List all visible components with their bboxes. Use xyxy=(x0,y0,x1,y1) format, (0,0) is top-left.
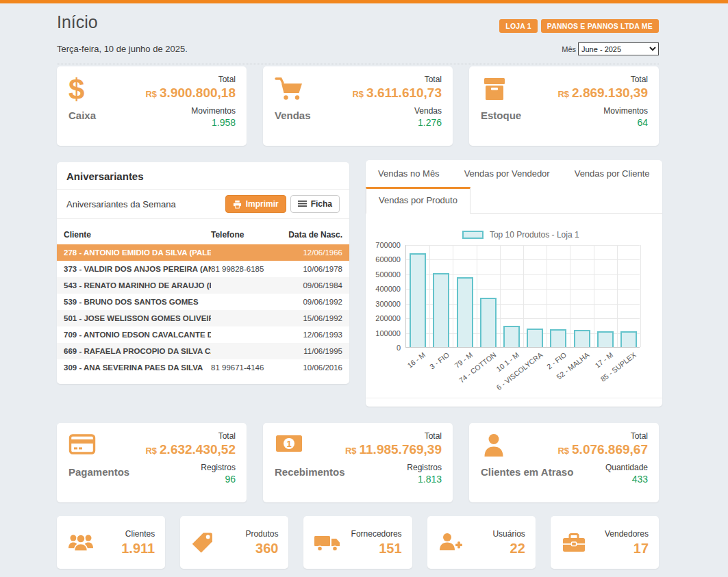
birthday-row[interactable]: 373 - VALDIR DOS ANJOS PEREIRA (AN...81 … xyxy=(57,261,349,277)
card-estoque: Estoque Total R$2.869.130,39 Movimentos … xyxy=(469,66,659,146)
card-recebimentos: 1 Recebimentos Total R$11.985.769,39 Reg… xyxy=(263,423,453,502)
print-button[interactable]: Imprimir xyxy=(225,195,286,213)
birthdays-table: Cliente Telefone Data de Nasc. 278 - ANT… xyxy=(57,226,349,376)
total-label: Total xyxy=(145,431,236,441)
month-select[interactable]: June - 2025 xyxy=(578,42,659,55)
card-recebimentos-label: Recebimentos xyxy=(275,466,345,478)
chart-panel-footer xyxy=(366,398,662,407)
chart-legend: Top 10 Produtos - Loja 1 xyxy=(394,230,647,240)
y-tick-label: 400000 xyxy=(375,285,401,293)
birthday-row[interactable]: 543 - RENATO MARINHO DE ARAUJO (F...09/0… xyxy=(57,277,349,294)
birthdays-panel: Aniversariantes Aniversariantes da Seman… xyxy=(57,162,349,384)
mini-label: Clientes xyxy=(121,529,155,539)
total-value: R$11.985.769,39 xyxy=(345,442,442,457)
chart-bar xyxy=(574,330,590,347)
count-value: 433 xyxy=(557,474,648,485)
y-tick-label: 300000 xyxy=(375,300,401,308)
y-tick-label: 500000 xyxy=(375,270,401,279)
card-vendas-label: Vendas xyxy=(275,110,311,121)
chart-bar xyxy=(620,331,637,347)
y-tick-label: 600000 xyxy=(375,255,401,264)
card-caixa: $ Caixa Total R$3.900.800,18 Movimentos … xyxy=(57,66,247,146)
mini-label: Fornecedores xyxy=(351,529,402,539)
credit-card-icon xyxy=(68,433,96,456)
mini-card-fornecedores: Fornecedores 151 xyxy=(303,516,412,569)
chart-x-axis: 16 - M3 - FIO79 - M74 - COTTON10 1 - M6 … xyxy=(405,348,647,387)
birthdays-subtitle: Aniversariantes da Semana xyxy=(66,199,176,209)
chart-bar xyxy=(433,273,449,347)
tab-vendas-por-produto[interactable]: Vendas por Produto xyxy=(366,187,470,214)
person-icon xyxy=(481,433,507,459)
current-date-text: Terça-feira, 10 de junho de 2025. xyxy=(57,44,188,54)
birthday-row[interactable]: 539 - BRUNO DOS SANTOS GOMES09/06/1992 xyxy=(57,294,349,310)
card-pagamentos-label: Pagamentos xyxy=(68,466,129,478)
chart-bar xyxy=(410,253,426,347)
mini-value: 360 xyxy=(245,541,278,556)
birthday-row[interactable]: 278 - ANTONIO EMIDIO DA SILVA (PALE...12… xyxy=(57,244,349,261)
card-clientes-em-atraso: Clientes em Atraso Total R$5.076.869,67 … xyxy=(469,423,659,502)
x-tick-label: 16 - M xyxy=(406,350,427,370)
printer-icon xyxy=(233,200,242,209)
total-label: Total xyxy=(557,75,648,84)
tab-vendas-por-vendedor[interactable]: Vendas por Vendedor xyxy=(452,160,562,187)
chart-plot-area xyxy=(405,245,640,348)
mini-card-usuarios: Usuários 22 xyxy=(427,516,536,569)
dollar-icon: $ xyxy=(68,76,84,103)
y-tick-label: 200000 xyxy=(375,314,401,322)
header-chips: LOJA 1 PANNOS E PANNOS LTDA ME xyxy=(499,12,659,33)
mini-card-clientes: Clientes 1.911 xyxy=(57,516,165,569)
birthday-row[interactable]: 669 - RAFAELA PROCOPIO DA SILVA CA...11/… xyxy=(57,343,349,359)
birthdays-table-body: 278 - ANTONIO EMIDIO DA SILVA (PALE...12… xyxy=(57,244,349,376)
card-vendas: Vendas Total R$3.611.610,73 Vendas 1.276 xyxy=(263,66,453,146)
total-value: R$3.900.800,18 xyxy=(145,86,236,101)
list-icon xyxy=(298,201,307,208)
birthdays-table-header: Cliente Telefone Data de Nasc. xyxy=(57,226,349,244)
birthday-row[interactable]: 709 - ANTONIO EDSON CAVALCANTE D...12/06… xyxy=(57,326,349,343)
chart-y-axis: 0100000200000300000400000500000600000700… xyxy=(374,245,405,348)
chart-title: Top 10 Produtos - Loja 1 xyxy=(490,230,579,240)
chart-bar xyxy=(480,298,497,347)
total-value: R$5.076.869,67 xyxy=(557,442,648,457)
mini-label: Produtos xyxy=(245,529,278,539)
page-title: Início xyxy=(57,12,98,32)
ficha-button[interactable]: Ficha xyxy=(290,195,340,213)
cart-icon xyxy=(275,76,303,102)
svg-text:1: 1 xyxy=(286,439,291,449)
tab-vendas-por-cliente[interactable]: Vendas por Cliente xyxy=(562,160,662,187)
box-icon xyxy=(481,76,508,102)
total-label: Total xyxy=(345,431,442,441)
money-bill-icon: 1 xyxy=(275,433,303,454)
mini-value: 151 xyxy=(351,541,402,556)
month-label: Mês xyxy=(562,45,576,53)
mini-value: 17 xyxy=(605,541,649,556)
chart-bar xyxy=(550,329,566,347)
count-label: Quantidade xyxy=(557,463,648,472)
y-tick-label: 700000 xyxy=(375,241,401,249)
store-button[interactable]: LOJA 1 xyxy=(499,19,538,33)
count-value: 96 xyxy=(145,474,236,485)
users-icon xyxy=(67,532,95,554)
count-value: 64 xyxy=(557,117,648,128)
chart-bar xyxy=(457,277,473,347)
count-value: 1.276 xyxy=(352,117,442,128)
count-label: Movimentos xyxy=(145,106,236,116)
chart-bar xyxy=(527,329,543,347)
legend-swatch xyxy=(462,231,484,239)
total-label: Total xyxy=(145,75,236,84)
birthday-row[interactable]: 309 - ANA SEVERINA PAES DA SILVA81 99671… xyxy=(57,359,349,376)
total-label: Total xyxy=(352,75,442,84)
y-tick-label: 100000 xyxy=(375,329,401,337)
count-value: 1.958 xyxy=(145,117,236,128)
card-estoque-label: Estoque xyxy=(481,110,521,121)
birthdays-title: Aniversariantes xyxy=(57,162,349,190)
total-value: R$2.869.130,39 xyxy=(557,86,648,101)
company-button[interactable]: PANNOS E PANNOS LTDA ME xyxy=(541,19,659,33)
tab-vendas-no-mes[interactable]: Vendas no Mês xyxy=(366,160,452,187)
total-value: R$3.611.610,73 xyxy=(352,86,442,101)
mini-label: Vendedores xyxy=(605,529,649,539)
card-pagamentos: Pagamentos Total R$2.632.430,52 Registro… xyxy=(57,423,247,502)
count-label: Vendas xyxy=(352,106,442,116)
birthday-row[interactable]: 501 - JOSE WELISSON GOMES OLIVEIR...15/0… xyxy=(57,310,349,326)
x-tick-label: 3 - FIO xyxy=(428,350,451,371)
mini-value: 22 xyxy=(492,541,525,556)
